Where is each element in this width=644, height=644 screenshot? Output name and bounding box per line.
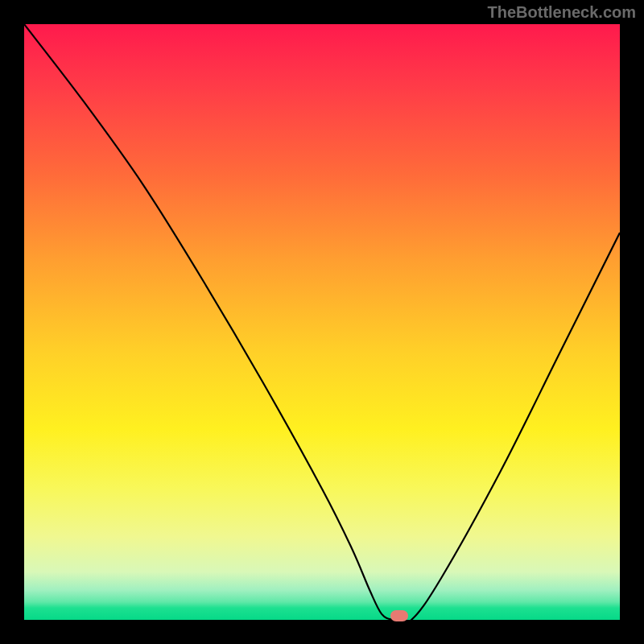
chart-container: TheBottleneck.com — [0, 0, 644, 644]
plot-area — [24, 24, 620, 620]
optimal-marker — [390, 610, 408, 621]
watermark-label: TheBottleneck.com — [488, 3, 636, 22]
bottleneck-curve — [24, 24, 620, 620]
